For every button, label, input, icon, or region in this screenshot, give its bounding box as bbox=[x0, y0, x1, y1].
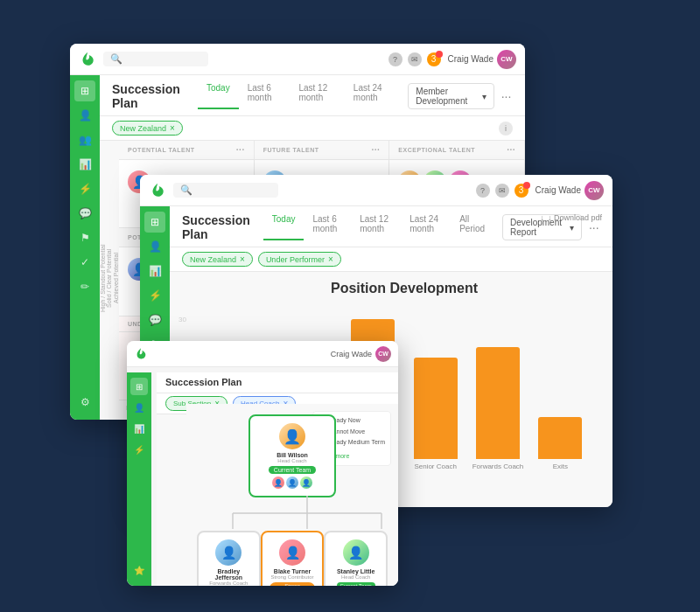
bar-group-4: Forwards Coach bbox=[472, 347, 523, 471]
dropdown-arrow-icon: ▾ bbox=[482, 92, 486, 101]
sidebar-icon-chart-3[interactable]: 📊 bbox=[130, 420, 148, 437]
sidebar-icon-chart[interactable]: 📊 bbox=[74, 154, 95, 175]
more-options-button[interactable]: ··· bbox=[500, 87, 513, 105]
tab2-today[interactable]: Today bbox=[263, 214, 304, 240]
top-mini-avatars: 👤 👤 👤 bbox=[257, 476, 327, 489]
filter-tag-label-nz2: New Zealand bbox=[190, 255, 236, 264]
sidebar-icon-people-2[interactable]: 👤 bbox=[144, 236, 165, 257]
download-icon: ↓ bbox=[540, 213, 544, 222]
tab2-all[interactable]: All Period bbox=[451, 214, 494, 240]
col-more-icon[interactable]: ··· bbox=[372, 145, 381, 155]
page-header-row2-1: Succession Plan Today Last 6 month Last … bbox=[182, 213, 600, 241]
topbar-win1: 🔍 ? ✉ 3 Craig Wade CW bbox=[70, 44, 525, 75]
y-label-1: High / Standout Potential bbox=[100, 150, 106, 407]
sidebar-win3: ⊞ 👤 📊 ⚡ ⭐ bbox=[127, 372, 151, 586]
topbar-icons-2: ? ✉ 3 bbox=[476, 184, 528, 198]
bar-4[interactable] bbox=[476, 347, 520, 459]
mini-av-2: 👤 bbox=[286, 476, 298, 489]
sidebar-icon-chat-2[interactable]: 💬 bbox=[144, 309, 165, 330]
notif-icon-wrap[interactable]: 3 bbox=[427, 52, 441, 66]
filter-tag-remove[interactable]: × bbox=[170, 123, 175, 133]
org-connectors bbox=[211, 496, 398, 531]
bar-3[interactable] bbox=[414, 358, 458, 459]
topbar-icons: ? ✉ 3 bbox=[388, 52, 441, 66]
child3-name: Stanley Little bbox=[332, 568, 379, 574]
bar-5[interactable] bbox=[538, 417, 582, 459]
filter-tag-nz-2[interactable]: New Zealand × bbox=[182, 252, 253, 267]
sidebar-icon-grid[interactable]: ⊞ bbox=[74, 80, 95, 101]
help-icon-wrap[interactable]: ? bbox=[388, 52, 402, 66]
sidebar-icon-chart-2[interactable]: 📊 bbox=[144, 261, 165, 282]
org-node-child-2[interactable]: 👤 Blake Turner Strong Contributor Strong… bbox=[261, 531, 325, 586]
search-bar[interactable]: 🔍 bbox=[103, 52, 208, 66]
tab-6month[interactable]: Last 6 month bbox=[239, 83, 290, 109]
download-pdf-button[interactable]: ↓ ↓ Download pdf bbox=[540, 213, 602, 222]
child2-name: Blake Turner bbox=[270, 568, 316, 574]
sidebar-icon-flag[interactable]: ⚑ bbox=[74, 227, 95, 248]
sidebar-icon-task[interactable]: ✓ bbox=[74, 252, 95, 273]
sidebar-icon-bolt[interactable]: ⚡ bbox=[74, 178, 95, 199]
page-tabs-2: Today Last 6 month Last 12 month Last 24… bbox=[263, 214, 494, 240]
search-bar-2[interactable]: 🔍 bbox=[173, 183, 278, 198]
sidebar-icon-bolt-2[interactable]: ⚡ bbox=[144, 285, 165, 306]
sidebar-icon-person-3[interactable]: 👤 bbox=[130, 399, 148, 416]
sidebar-icon-person[interactable]: 👥 bbox=[74, 129, 95, 150]
col-more-icon[interactable]: ··· bbox=[507, 145, 515, 155]
org-children-row: 👤 Bradley Jefferson Forwards Coach Futur… bbox=[197, 531, 388, 586]
user-menu-3[interactable]: Craig Wade CW bbox=[331, 346, 391, 362]
sidebar-icon-settings[interactable]: ⚙ bbox=[74, 392, 95, 413]
sidebar-win1: ⊞ 👤 👥 📊 ⚡ 💬 ⚑ ✓ ✏ ⚙ bbox=[70, 75, 100, 420]
user-name-3: Craig Wade bbox=[331, 350, 372, 358]
sidebar-icon-edit[interactable]: ✏ bbox=[74, 276, 95, 297]
col-label: EXCEPTIONAL TALENT bbox=[398, 147, 475, 153]
org-node-child-3[interactable]: 👤 Stanley Little Head Coach Current Team… bbox=[324, 531, 388, 586]
sidebar-icon-chat[interactable]: 💬 bbox=[74, 203, 95, 224]
member-development-dropdown[interactable]: Member Development ▾ bbox=[408, 83, 494, 109]
tab-today[interactable]: Today bbox=[198, 83, 239, 109]
notif-dot-2 bbox=[523, 182, 530, 189]
mail-icon-wrap[interactable]: ✉ bbox=[408, 52, 422, 66]
tab-24month[interactable]: Last 24 month bbox=[345, 83, 399, 109]
mail-icon: ✉ bbox=[408, 52, 422, 66]
filter-tag-remove-nz2[interactable]: × bbox=[240, 254, 245, 264]
org-node-top[interactable]: 👤 Bill Wilson Head Coach Current Team 👤 … bbox=[248, 414, 336, 497]
search-icon-2: 🔍 bbox=[180, 184, 192, 196]
sidebar-icon-bolt-3[interactable]: ⚡ bbox=[130, 441, 148, 458]
filter-info-button[interactable]: i bbox=[499, 122, 513, 136]
bar-label-4: Forwards Coach bbox=[472, 462, 524, 471]
search-icon: 🔍 bbox=[110, 53, 122, 65]
topbar-win3: Craig Wade CW bbox=[127, 341, 398, 367]
child1-role: Forwards Coach bbox=[206, 581, 252, 586]
filter-tag-label-under: Under Performer bbox=[266, 255, 325, 264]
filter-tag-remove-under[interactable]: × bbox=[328, 254, 333, 264]
top-node-role: Head Coach bbox=[257, 458, 327, 463]
mail-icon-2[interactable]: ✉ bbox=[495, 184, 509, 198]
filter-tag-nz[interactable]: New Zealand × bbox=[112, 121, 183, 136]
tab-12month[interactable]: Last 12 month bbox=[290, 83, 344, 109]
top-node-name: Bill Wilson bbox=[257, 452, 327, 458]
filter-tag-under-performer[interactable]: Under Performer × bbox=[258, 252, 341, 267]
y-val-30: 30 bbox=[178, 316, 186, 323]
window-org-chart: Craig Wade CW ⊞ 👤 📊 ⚡ ⭐ Succession Plan … bbox=[127, 341, 398, 586]
sidebar-icon-star-3[interactable]: ⭐ bbox=[130, 561, 148, 579]
help-icon-2[interactable]: ? bbox=[476, 184, 490, 198]
notif-wrap-2[interactable]: 3 bbox=[514, 184, 528, 198]
dropdown-label: Member Development bbox=[416, 87, 479, 106]
y-axis-labels: High / Standout Potential Solid / Clear … bbox=[100, 141, 119, 415]
page-title-3: Succession Plan bbox=[165, 377, 242, 387]
user-name: Craig Wade bbox=[448, 54, 494, 64]
content-win3: Succession Plan Sub Section × Head Coach… bbox=[157, 372, 398, 586]
user-menu[interactable]: Craig Wade CW bbox=[448, 50, 516, 69]
sidebar-icon-grid-2[interactable]: ⊞ bbox=[144, 212, 165, 233]
page-header-win3-row: Succession Plan bbox=[165, 377, 389, 387]
sidebar-icon-grid-3[interactable]: ⊞ bbox=[130, 378, 148, 395]
sidebar-icon-people[interactable]: 👤 bbox=[74, 105, 95, 126]
col-more-icon[interactable]: ··· bbox=[236, 145, 245, 155]
user-menu-2[interactable]: Craig Wade CW bbox=[536, 181, 604, 200]
tab2-6month[interactable]: Last 6 month bbox=[304, 214, 351, 240]
info-icon: i bbox=[505, 124, 507, 133]
org-node-child-1[interactable]: 👤 Bradley Jefferson Forwards Coach Futur… bbox=[197, 531, 261, 586]
org-avatar-c1: 👤 bbox=[215, 539, 242, 566]
tab2-12month[interactable]: Last 12 month bbox=[351, 214, 401, 240]
tab2-24month[interactable]: Last 24 month bbox=[401, 214, 451, 240]
